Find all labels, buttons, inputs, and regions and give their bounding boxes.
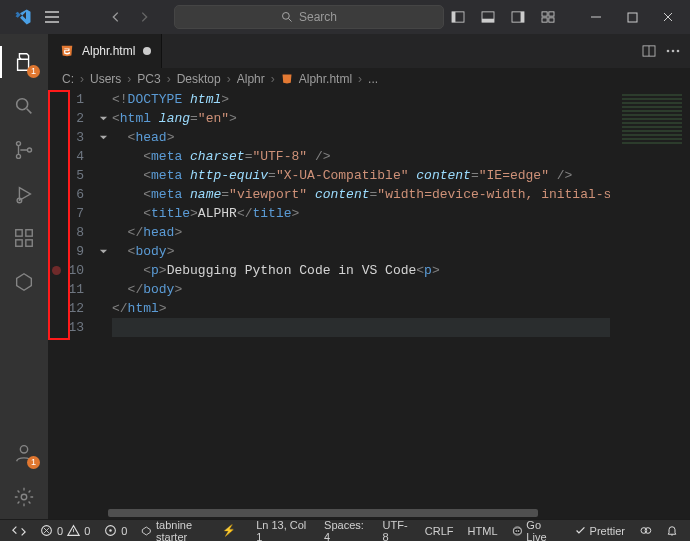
search-tab[interactable] <box>0 84 48 128</box>
svg-rect-4 <box>482 19 494 22</box>
go-live-button[interactable]: Go Live <box>508 519 565 542</box>
line-number-gutter[interactable]: 12345678910111213 <box>48 90 94 507</box>
toggle-primary-sidebar-button[interactable] <box>444 3 472 31</box>
svg-point-33 <box>645 528 651 534</box>
customize-layout-button[interactable] <box>534 3 562 31</box>
indentation-status[interactable]: Spaces: 4 <box>320 519 372 542</box>
svg-point-14 <box>16 154 20 158</box>
svg-rect-6 <box>521 12 524 22</box>
tabnine-tab[interactable] <box>0 260 48 304</box>
toggle-secondary-sidebar-button[interactable] <box>504 3 532 31</box>
svg-rect-9 <box>542 18 547 22</box>
code-line[interactable]: <html lang="en"> <box>112 109 690 128</box>
code-line[interactable]: </head> <box>112 223 690 242</box>
html-file-icon <box>60 44 74 58</box>
breadcrumb[interactable]: C:› Users› PC3› Desktop› Alphr› Alphr.ht… <box>48 68 690 90</box>
minimize-button[interactable] <box>578 3 614 31</box>
fold-toggle <box>94 204 112 223</box>
editor-tab[interactable]: Alphr.html <box>48 34 162 68</box>
code-line[interactable]: <title>ALPHR</title> <box>112 204 690 223</box>
maximize-button[interactable] <box>614 3 650 31</box>
code-editor[interactable]: 12345678910111213 <!DOCTYPE html><html l… <box>48 90 690 507</box>
fold-gutter[interactable] <box>94 90 112 507</box>
vscode-logo-icon <box>14 6 32 28</box>
feedback-button[interactable] <box>635 524 656 537</box>
more-actions-button[interactable] <box>666 49 680 53</box>
app-menu-button[interactable] <box>42 0 62 34</box>
nav-back-button[interactable] <box>102 3 130 31</box>
breadcrumb-part[interactable]: PC3 <box>137 72 160 86</box>
tabnine-status[interactable]: tabnine starter ⚡ <box>137 519 240 542</box>
line-number[interactable]: 3 <box>48 128 84 147</box>
ports-indicator[interactable]: 0 <box>100 524 131 537</box>
horizontal-scrollbar[interactable] <box>48 507 690 519</box>
editor-tabs: Alphr.html <box>48 34 690 68</box>
code-line[interactable]: <head> <box>112 128 690 147</box>
line-number[interactable]: 11 <box>48 280 84 299</box>
line-number[interactable]: 13 <box>48 318 84 337</box>
fold-toggle[interactable] <box>94 128 112 147</box>
fold-toggle <box>94 261 112 280</box>
dirty-indicator-icon <box>143 47 151 55</box>
code-line[interactable]: <meta name="viewport" content="width=dev… <box>112 185 690 204</box>
line-number[interactable]: 2 <box>48 109 84 128</box>
code-line[interactable] <box>112 318 690 337</box>
fold-toggle <box>94 147 112 166</box>
breakpoint-icon[interactable] <box>52 266 61 275</box>
line-number[interactable]: 5 <box>48 166 84 185</box>
code-line[interactable]: </html> <box>112 299 690 318</box>
scrollbar-thumb[interactable] <box>108 509 538 517</box>
fold-toggle <box>94 166 112 185</box>
line-number[interactable]: 7 <box>48 204 84 223</box>
code-area[interactable]: <!DOCTYPE html><html lang="en"> <head> <… <box>112 90 690 507</box>
run-debug-tab[interactable] <box>0 172 48 216</box>
line-number[interactable]: 4 <box>48 147 84 166</box>
code-line[interactable]: </body> <box>112 280 690 299</box>
line-number[interactable]: 1 <box>48 90 84 109</box>
svg-point-12 <box>17 99 28 110</box>
svg-point-31 <box>516 529 519 532</box>
remote-indicator[interactable] <box>8 524 30 538</box>
fold-toggle <box>94 90 112 109</box>
encoding-status[interactable]: UTF-8 <box>379 519 415 542</box>
line-number[interactable]: 6 <box>48 185 84 204</box>
language-mode[interactable]: HTML <box>464 525 502 537</box>
extensions-tab[interactable] <box>0 216 48 260</box>
breadcrumb-part[interactable]: C: <box>62 72 74 86</box>
svg-point-24 <box>667 50 670 53</box>
prettier-status[interactable]: Prettier <box>571 525 629 537</box>
search-placeholder: Search <box>299 10 337 24</box>
explorer-tab[interactable]: 1 <box>0 40 48 84</box>
svg-rect-20 <box>26 240 32 246</box>
line-number[interactable]: 9 <box>48 242 84 261</box>
close-button[interactable] <box>650 3 686 31</box>
breadcrumb-part[interactable]: Users <box>90 72 121 86</box>
fold-toggle[interactable] <box>94 242 112 261</box>
minimap[interactable] <box>610 90 690 507</box>
nav-forward-button[interactable] <box>130 3 158 31</box>
svg-point-13 <box>16 142 20 146</box>
command-center-search[interactable]: Search <box>174 5 444 29</box>
settings-gear-button[interactable] <box>0 475 48 519</box>
code-line[interactable]: <body> <box>112 242 690 261</box>
fold-toggle[interactable] <box>94 109 112 128</box>
split-editor-button[interactable] <box>642 45 656 57</box>
accounts-button[interactable]: 1 <box>0 431 48 475</box>
code-line[interactable]: <!DOCTYPE html> <box>112 90 690 109</box>
breadcrumb-file[interactable]: Alphr.html <box>299 72 352 86</box>
source-control-tab[interactable] <box>0 128 48 172</box>
breadcrumb-trailing[interactable]: ... <box>368 72 378 86</box>
toggle-panel-button[interactable] <box>474 3 502 31</box>
code-line[interactable]: <p>Debugging Python Code in VS Code<p> <box>112 261 690 280</box>
eol-status[interactable]: CRLF <box>421 525 458 537</box>
breadcrumb-part[interactable]: Alphr <box>237 72 265 86</box>
svg-point-25 <box>672 50 675 53</box>
code-line[interactable]: <meta http-equiv="X-UA-Compatible" conte… <box>112 166 690 185</box>
line-number[interactable]: 8 <box>48 223 84 242</box>
notifications-button[interactable] <box>662 524 682 537</box>
line-number[interactable]: 12 <box>48 299 84 318</box>
problems-indicator[interactable]: 0 0 <box>36 524 94 537</box>
cursor-position[interactable]: Ln 13, Col 1 <box>252 519 314 542</box>
code-line[interactable]: <meta charset="UTF-8" /> <box>112 147 690 166</box>
breadcrumb-part[interactable]: Desktop <box>177 72 221 86</box>
